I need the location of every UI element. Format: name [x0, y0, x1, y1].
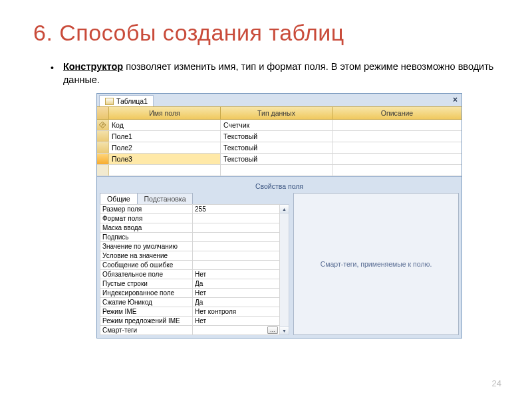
prop-value[interactable]	[193, 251, 280, 261]
grid-header: Имя поля Тип данных Описание	[97, 106, 462, 120]
prop-value[interactable]: Да	[193, 298, 280, 307]
prop-row[interactable]: Формат поля	[100, 214, 280, 223]
bullet-rest: позволяет изменить имя, тип и формат пол…	[63, 61, 494, 85]
prop-row[interactable]: Индексированное полеНет	[100, 289, 280, 298]
prop-label: Режим IME	[100, 307, 193, 317]
prop-value[interactable]: …	[193, 326, 280, 335]
bullet-lead: Конструктор	[63, 61, 123, 72]
scroll-track[interactable]	[280, 213, 289, 326]
cell-desc[interactable]	[332, 120, 462, 130]
tab-label: Таблица1	[116, 97, 148, 105]
prop-row[interactable]: Сжатие ЮникодДа	[100, 298, 280, 307]
prop-label: Пустые строки	[100, 279, 193, 289]
field-properties-title: Свойства поля	[97, 180, 462, 193]
document-tab[interactable]: Таблица1	[99, 95, 154, 106]
prop-label: Индексированное поле	[100, 289, 193, 298]
prop-label: Значение по умолчанию	[100, 242, 193, 251]
cell-name[interactable]	[109, 165, 221, 176]
properties-scrollbar[interactable]: ▲ ▼	[280, 204, 289, 335]
prop-value[interactable]: Да	[193, 279, 280, 289]
cell-type[interactable]: Текстовый	[221, 142, 332, 153]
cell-type[interactable]: Счетчик	[221, 120, 332, 130]
prop-value[interactable]: Нет	[193, 270, 280, 279]
prop-row[interactable]: Режим предложений IMEНет	[100, 317, 280, 326]
scroll-up-icon[interactable]: ▲	[280, 205, 289, 213]
page-number: 24	[492, 378, 501, 388]
bullet-text: Конструктор позволяет изменить имя, тип …	[63, 61, 499, 86]
prop-row[interactable]: Пустые строкиДа	[100, 279, 280, 289]
cell-desc[interactable]	[332, 131, 462, 142]
cell-name[interactable]: Код	[109, 120, 221, 130]
document-tab-bar: Таблица1 ×	[97, 94, 462, 106]
prop-row[interactable]: Режим IMEНет контроля	[100, 307, 280, 317]
prop-value[interactable]	[193, 242, 280, 251]
slide-title: 6. Способы создания таблиц	[33, 20, 499, 46]
hint-panel: Смарт-теги, применяемые к полю.	[293, 193, 459, 335]
cell-type[interactable]	[221, 165, 332, 176]
prop-label: Условие на значение	[100, 251, 193, 261]
prop-label: Сжатие Юникод	[100, 298, 193, 307]
prop-value[interactable]: 255	[193, 205, 280, 214]
prop-row[interactable]: Подпись	[100, 233, 280, 242]
field-row[interactable]: Поле3 Текстовый	[97, 154, 462, 165]
field-row[interactable]: Поле2 Текстовый	[97, 142, 462, 154]
cell-name[interactable]: Поле3	[109, 154, 221, 164]
access-window: Таблица1 × Имя поля Тип данных Описание …	[96, 93, 462, 338]
builder-button[interactable]: …	[267, 327, 278, 334]
field-grid: ⚿ Код Счетчик Поле1 Текстовый Поле2 Текс…	[97, 120, 462, 176]
cell-desc[interactable]	[332, 142, 462, 153]
prop-value[interactable]	[193, 214, 280, 223]
prop-label: Смарт-теги	[100, 326, 193, 335]
cell-desc[interactable]	[332, 165, 462, 176]
scroll-down-icon[interactable]: ▼	[280, 326, 289, 334]
cell-desc[interactable]	[332, 154, 462, 164]
row-header[interactable]: ⚿	[97, 120, 109, 130]
hint-text: Смарт-теги, применяемые к полю.	[321, 260, 432, 268]
prop-label: Режим предложений IME	[100, 317, 193, 326]
field-row[interactable]: ⚿ Код Счетчик	[97, 120, 462, 131]
cell-name[interactable]: Поле1	[109, 131, 221, 142]
tab-general[interactable]: Общие	[100, 193, 138, 204]
prop-row[interactable]: Сообщение об ошибке	[100, 261, 280, 270]
cell-type[interactable]: Текстовый	[221, 154, 332, 164]
prop-label: Подпись	[100, 233, 193, 242]
prop-value[interactable]: Нет	[193, 317, 280, 326]
prop-label: Размер поля	[100, 205, 193, 214]
tab-lookup[interactable]: Подстановка	[137, 193, 194, 204]
row-header[interactable]	[97, 154, 109, 164]
row-header[interactable]	[97, 165, 109, 176]
prop-label: Маска ввода	[100, 223, 193, 233]
prop-label: Сообщение об ошибке	[100, 261, 193, 270]
row-header[interactable]	[97, 142, 109, 153]
prop-row[interactable]: Маска ввода	[100, 223, 280, 233]
prop-value[interactable]	[193, 233, 280, 242]
col-field-name[interactable]: Имя поля	[109, 107, 221, 119]
col-description[interactable]: Описание	[332, 107, 462, 119]
prop-label: Обязательное поле	[100, 270, 193, 279]
prop-row[interactable]: Смарт-теги…	[100, 326, 280, 335]
cell-name[interactable]: Поле2	[109, 142, 221, 153]
prop-value[interactable]	[193, 223, 280, 233]
bullet-icon: •	[51, 61, 54, 86]
properties-grid: Размер поля255 Формат поля Маска ввода П…	[100, 204, 280, 335]
prop-value[interactable]: Нет	[193, 289, 280, 298]
row-header[interactable]	[97, 131, 109, 142]
prop-value[interactable]	[193, 261, 280, 270]
col-data-type[interactable]: Тип данных	[221, 107, 332, 119]
prop-value[interactable]: Нет контроля	[193, 307, 280, 317]
primary-key-icon: ⚿	[98, 120, 107, 129]
select-all-corner[interactable]	[97, 107, 109, 119]
close-icon[interactable]: ×	[453, 94, 462, 106]
cell-type[interactable]: Текстовый	[221, 131, 332, 142]
field-row[interactable]: Поле1 Текстовый	[97, 131, 462, 142]
prop-row[interactable]: Условие на значение	[100, 251, 280, 261]
prop-row[interactable]: Размер поля255	[100, 205, 280, 214]
prop-row[interactable]: Значение по умолчанию	[100, 242, 280, 251]
prop-row[interactable]: Обязательное полеНет	[100, 270, 280, 279]
field-row-empty[interactable]	[97, 165, 462, 176]
prop-label: Формат поля	[100, 214, 193, 223]
table-icon	[105, 98, 114, 105]
properties-panel: Общие Подстановка Размер поля255 Формат …	[100, 193, 289, 335]
